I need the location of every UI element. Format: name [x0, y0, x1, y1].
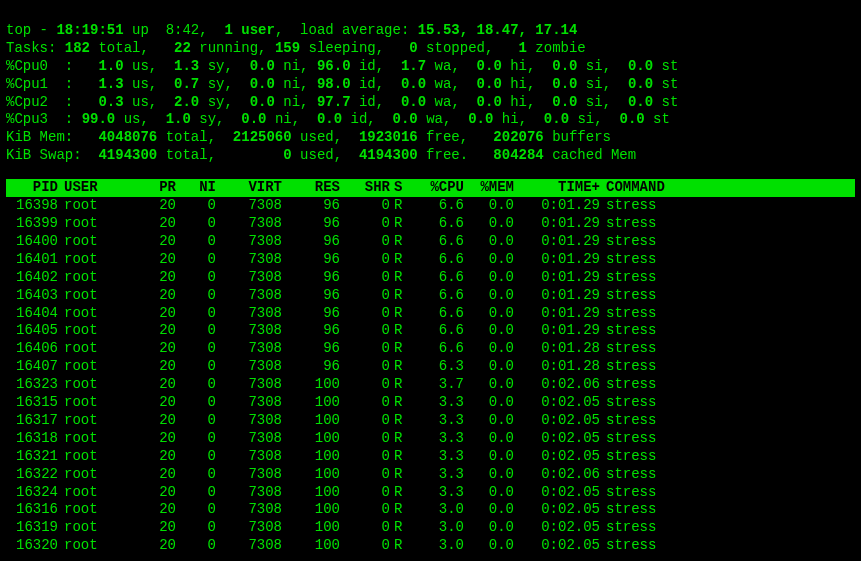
cell-ni: 0 — [176, 430, 216, 448]
cell-res: 100 — [282, 412, 340, 430]
swap-cached: 804284 — [493, 147, 543, 163]
cell-pid: 16315 — [6, 394, 58, 412]
cell-pid: 16407 — [6, 358, 58, 376]
table-row[interactable]: 16402root2007308960R6.60.00:01.29stress — [6, 269, 855, 287]
cell-pid: 16321 — [6, 448, 58, 466]
table-row[interactable]: 16316root20073081000R3.00.00:02.05stress — [6, 501, 855, 519]
table-row[interactable]: 16320root20073081000R3.00.00:02.05stress — [6, 537, 855, 555]
cell-pid: 16318 — [6, 430, 58, 448]
cell-res: 100 — [282, 448, 340, 466]
table-row[interactable]: 16406root2007308960R6.60.00:01.28stress — [6, 340, 855, 358]
col-state[interactable]: S — [390, 179, 414, 197]
loadavg-value: 15.53, 18.47, 17.14 — [418, 22, 578, 38]
tasks-stopped: 0 — [409, 40, 417, 56]
cell-ni: 0 — [176, 340, 216, 358]
cell-time: 0:02.05 — [514, 484, 600, 502]
cell-cpu: 3.3 — [414, 412, 464, 430]
cell-virt: 7308 — [216, 305, 282, 323]
cell-shr: 0 — [340, 287, 390, 305]
col-shr[interactable]: SHR — [340, 179, 390, 197]
cell-cpu: 6.6 — [414, 287, 464, 305]
col-virt[interactable]: VIRT — [216, 179, 282, 197]
cell-state: R — [390, 466, 414, 484]
cell-time: 0:01.29 — [514, 215, 600, 233]
table-row[interactable]: 16321root20073081000R3.30.00:02.05stress — [6, 448, 855, 466]
col-ni[interactable]: NI — [176, 179, 216, 197]
table-row[interactable]: 16403root2007308960R6.60.00:01.29stress — [6, 287, 855, 305]
cell-shr: 0 — [340, 501, 390, 519]
cell-shr: 0 — [340, 269, 390, 287]
col-pr[interactable]: PR — [136, 179, 176, 197]
cell-pid: 16401 — [6, 251, 58, 269]
cell-command: stress — [600, 430, 855, 448]
cell-virt: 7308 — [216, 197, 282, 215]
cell-mem: 0.0 — [464, 215, 514, 233]
cell-shr: 0 — [340, 394, 390, 412]
cell-res: 96 — [282, 197, 340, 215]
cell-command: stress — [600, 537, 855, 555]
col-command[interactable]: COMMAND — [600, 179, 855, 197]
table-row[interactable]: 16317root20073081000R3.30.00:02.05stress — [6, 412, 855, 430]
cell-command: stress — [600, 448, 855, 466]
cell-ni: 0 — [176, 412, 216, 430]
table-row[interactable]: 16324root20073081000R3.30.00:02.05stress — [6, 484, 855, 502]
table-row[interactable]: 16400root2007308960R6.60.00:01.29stress — [6, 233, 855, 251]
cell-cpu: 6.6 — [414, 322, 464, 340]
table-row[interactable]: 16322root20073081000R3.30.00:02.06stress — [6, 466, 855, 484]
cell-cpu: 3.3 — [414, 394, 464, 412]
cell-cpu: 6.6 — [414, 251, 464, 269]
cell-command: stress — [600, 394, 855, 412]
cell-res: 100 — [282, 466, 340, 484]
cell-user: root — [58, 466, 136, 484]
cell-shr: 0 — [340, 251, 390, 269]
cell-shr: 0 — [340, 537, 390, 555]
cell-pr: 20 — [136, 233, 176, 251]
col-user[interactable]: USER — [58, 179, 136, 197]
cell-ni: 0 — [176, 305, 216, 323]
table-row[interactable]: 16401root2007308960R6.60.00:01.29stress — [6, 251, 855, 269]
cell-user: root — [58, 215, 136, 233]
col-cpu[interactable]: %CPU — [414, 179, 464, 197]
cell-virt: 7308 — [216, 358, 282, 376]
cell-res: 100 — [282, 484, 340, 502]
col-res[interactable]: RES — [282, 179, 340, 197]
cell-time: 0:02.05 — [514, 519, 600, 537]
cell-shr: 0 — [340, 305, 390, 323]
cell-ni: 0 — [176, 269, 216, 287]
cell-pr: 20 — [136, 448, 176, 466]
cell-mem: 0.0 — [464, 251, 514, 269]
cell-pr: 20 — [136, 215, 176, 233]
time-value: 18:19:51 — [56, 22, 123, 38]
table-row[interactable]: 16323root20073081000R3.70.00:02.06stress — [6, 376, 855, 394]
cell-pr: 20 — [136, 484, 176, 502]
cell-virt: 7308 — [216, 484, 282, 502]
cell-pr: 20 — [136, 251, 176, 269]
cell-time: 0:01.29 — [514, 287, 600, 305]
cell-cpu: 6.6 — [414, 197, 464, 215]
col-time[interactable]: TIME+ — [514, 179, 600, 197]
cell-command: stress — [600, 251, 855, 269]
table-row[interactable]: 16404root2007308960R6.60.00:01.29stress — [6, 305, 855, 323]
cell-shr: 0 — [340, 376, 390, 394]
cell-shr: 0 — [340, 519, 390, 537]
table-row[interactable]: 16405root2007308960R6.60.00:01.29stress — [6, 322, 855, 340]
tasks-zombie: 1 — [519, 40, 527, 56]
table-row[interactable]: 16407root2007308960R6.30.00:01.28stress — [6, 358, 855, 376]
table-row[interactable]: 16319root20073081000R3.00.00:02.05stress — [6, 519, 855, 537]
table-row[interactable]: 16318root20073081000R3.30.00:02.05stress — [6, 430, 855, 448]
cell-mem: 0.0 — [464, 484, 514, 502]
col-pid[interactable]: PID — [6, 179, 58, 197]
cell-cpu: 3.0 — [414, 501, 464, 519]
cell-user: root — [58, 484, 136, 502]
cell-cpu: 6.3 — [414, 358, 464, 376]
table-row[interactable]: 16399root2007308960R6.60.00:01.29stress — [6, 215, 855, 233]
cell-time: 0:02.05 — [514, 501, 600, 519]
cell-ni: 0 — [176, 322, 216, 340]
table-row[interactable]: 16398root2007308960R6.60.00:01.29stress — [6, 197, 855, 215]
cell-res: 96 — [282, 305, 340, 323]
cell-cpu: 3.7 — [414, 376, 464, 394]
process-table-header[interactable]: PID USER PR NI VIRT RES SHR S %CPU %MEM … — [6, 179, 855, 197]
cell-state: R — [390, 430, 414, 448]
table-row[interactable]: 16315root20073081000R3.30.00:02.05stress — [6, 394, 855, 412]
col-mem[interactable]: %MEM — [464, 179, 514, 197]
